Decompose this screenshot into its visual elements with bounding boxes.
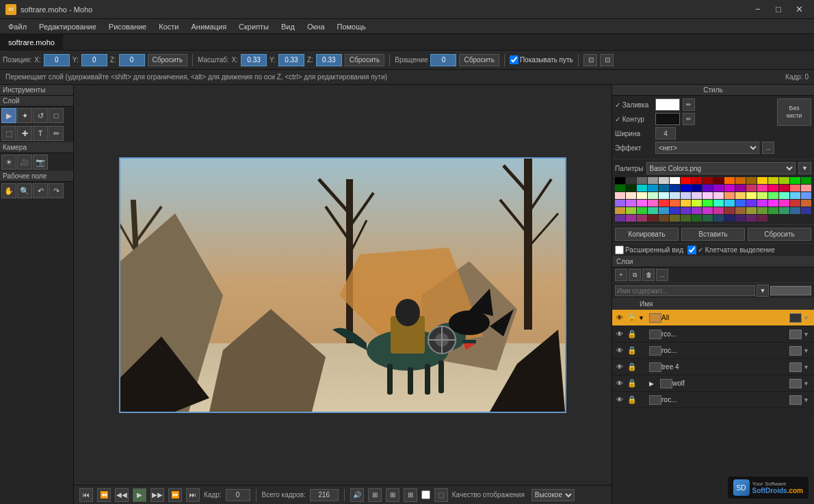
tab-softrare[interactable]: softrare.moho	[0, 34, 64, 51]
color-cell[interactable]	[626, 215, 636, 222]
color-cell[interactable]	[659, 185, 669, 191]
layer-lock-1[interactable]: 🔒	[626, 328, 638, 341]
color-cell[interactable]	[703, 215, 713, 222]
color-cell[interactable]	[626, 207, 636, 214]
color-cell[interactable]	[615, 177, 625, 184]
contour-label[interactable]: ✓ Контур	[615, 116, 653, 123]
color-cell[interactable]	[648, 185, 658, 191]
frame-input[interactable]	[226, 489, 250, 501]
layer-color-2[interactable]	[789, 346, 802, 356]
color-cell[interactable]	[703, 200, 713, 207]
minimize-button[interactable]: −	[748, 3, 767, 16]
color-cell[interactable]	[757, 185, 767, 191]
layer-row[interactable]: 👁 🔒 ▶ wolf ▼	[612, 375, 814, 392]
effect-more-btn[interactable]: ...	[762, 142, 774, 154]
export-btn[interactable]: ⬚	[434, 488, 448, 502]
reset-pos-button[interactable]: Сбросить	[148, 54, 187, 66]
layer-lock-0[interactable]: 🔒	[626, 312, 638, 324]
extra-btn-1[interactable]: ⊡	[583, 54, 597, 66]
color-cell[interactable]	[615, 192, 625, 199]
brush-button[interactable]: Безкисти	[777, 98, 811, 126]
menu-[interactable]: Анимация	[185, 19, 232, 34]
tool-rotate[interactable]: ↺	[33, 108, 48, 123]
color-cell[interactable]	[703, 192, 713, 199]
layer-row[interactable]: 👁 🔒 rco... ▼	[612, 326, 814, 343]
palette-select[interactable]: Basic Colors.png	[646, 162, 796, 174]
color-cell[interactable]	[615, 200, 625, 207]
color-cell[interactable]	[768, 200, 778, 207]
layer-dup-btn[interactable]: ⧉	[629, 269, 641, 281]
color-cell[interactable]	[681, 192, 691, 199]
color-cell[interactable]	[637, 185, 647, 191]
color-cell[interactable]	[648, 192, 658, 199]
color-cell[interactable]	[724, 207, 735, 214]
color-cell[interactable]	[801, 177, 811, 184]
color-cell[interactable]	[681, 215, 691, 222]
quality-checkbox[interactable]	[421, 490, 430, 499]
layer-eye-5[interactable]: 👁	[614, 394, 626, 406]
reset-scale-button[interactable]: Сбросить	[345, 54, 384, 66]
color-cell[interactable]	[681, 177, 691, 184]
tool-paint[interactable]: ✏	[49, 126, 64, 141]
layer-lock-4[interactable]: 🔒	[626, 377, 638, 390]
tool-cam3[interactable]: 📷	[33, 155, 48, 170]
color-cell[interactable]	[637, 207, 647, 214]
y-input[interactable]	[81, 54, 107, 66]
layer-row[interactable]: 👁 🔒 tree 4 ▼	[612, 359, 814, 375]
tool-hand[interactable]: ✋	[1, 183, 16, 198]
layer-eye-1[interactable]: 👁	[614, 328, 626, 341]
tool-cam1[interactable]: ☀	[1, 155, 16, 170]
color-cell[interactable]	[790, 192, 800, 199]
color-cell[interactable]	[692, 215, 702, 222]
color-cell[interactable]	[790, 207, 800, 214]
canvas-viewport[interactable]	[74, 85, 612, 485]
color-cell[interactable]	[648, 177, 658, 184]
color-cell[interactable]	[757, 192, 767, 199]
step-fwd-btn[interactable]: ▶▶	[150, 488, 164, 502]
color-cell[interactable]	[768, 207, 778, 214]
color-cell[interactable]	[757, 207, 767, 214]
grid-btn-3[interactable]: ⊞	[404, 488, 417, 502]
prev-keyframe-btn[interactable]: ⏮	[79, 488, 93, 502]
tool-undo-ws[interactable]: ↶	[33, 183, 48, 198]
color-cell[interactable]	[703, 177, 713, 184]
layer-lock-2[interactable]: 🔒	[626, 345, 638, 357]
color-cell[interactable]	[713, 207, 724, 214]
color-cell[interactable]	[724, 200, 735, 207]
tool-text[interactable]: T	[33, 126, 48, 141]
menu-[interactable]: Помощь	[332, 19, 372, 34]
color-cell[interactable]	[659, 200, 669, 207]
color-cell[interactable]	[626, 185, 636, 191]
color-cell[interactable]	[626, 200, 636, 207]
sz-input[interactable]	[316, 54, 342, 66]
color-cell[interactable]	[735, 185, 746, 191]
color-cell[interactable]	[779, 200, 789, 207]
color-cell[interactable]	[703, 207, 713, 214]
effect-select[interactable]: <нет>	[655, 142, 759, 154]
color-cell[interactable]	[713, 192, 724, 199]
layer-del-btn[interactable]: 🗑	[642, 269, 655, 281]
color-cell[interactable]	[648, 207, 658, 214]
window-controls[interactable]: − □ ✕	[748, 3, 809, 16]
color-cell[interactable]	[746, 200, 757, 207]
color-cell[interactable]	[779, 207, 789, 214]
color-cell[interactable]	[670, 192, 680, 199]
layer-expand-0[interactable]: ▼	[638, 315, 649, 321]
color-cell[interactable]	[626, 192, 636, 199]
menu-[interactable]: Редактирование	[34, 19, 102, 34]
show-path-checkbox[interactable]: Показывать путь	[510, 55, 573, 64]
layer-eye-0[interactable]: 👁	[614, 312, 626, 324]
color-cell[interactable]	[648, 200, 658, 207]
color-cell[interactable]	[801, 207, 811, 214]
layer-color-0[interactable]	[789, 313, 802, 323]
contour-color-btn[interactable]: ✏	[683, 113, 695, 125]
close-button[interactable]: ✕	[789, 3, 809, 16]
sy-input[interactable]	[278, 54, 304, 66]
layer-row[interactable]: 👁 🔒 roc... ▼	[612, 343, 814, 359]
color-cell[interactable]	[637, 192, 647, 199]
color-cell[interactable]	[637, 215, 647, 222]
color-cell[interactable]	[659, 177, 669, 184]
color-cell[interactable]	[757, 177, 767, 184]
layer-eye-3[interactable]: 👁	[614, 361, 626, 373]
tool-redo-ws[interactable]: ↷	[49, 183, 64, 198]
